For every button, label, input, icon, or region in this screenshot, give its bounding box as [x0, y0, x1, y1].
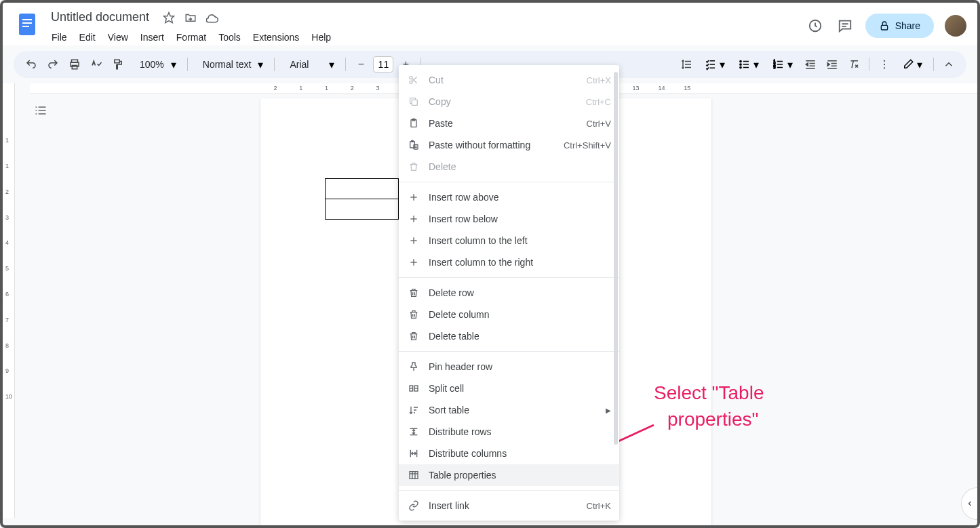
- context-menu-delete-table[interactable]: Delete table: [399, 325, 619, 347]
- svg-rect-49: [412, 100, 417, 105]
- menu-item-label: Table properties: [429, 470, 611, 481]
- context-menu-insert-row-below[interactable]: Insert row below: [399, 208, 619, 230]
- menu-divider: [399, 277, 619, 278]
- context-menu-cut: CutCtrl+X: [399, 69, 619, 91]
- menu-scrollbar[interactable]: [614, 72, 618, 479]
- document-table[interactable]: [325, 178, 399, 220]
- svg-rect-12: [115, 60, 120, 63]
- context-menu-split-cell[interactable]: Split cell: [399, 378, 619, 399]
- indent-increase-button[interactable]: [823, 55, 842, 74]
- spellcheck-button[interactable]: [87, 55, 106, 74]
- checklist-dropdown[interactable]: ▾: [699, 56, 730, 74]
- menu-insert[interactable]: Insert: [135, 29, 170, 45]
- trash-icon: [407, 308, 420, 321]
- menu-shortcut: Ctrl+C: [586, 97, 611, 107]
- menu-item-label: Pin header row: [429, 361, 611, 372]
- delete-icon: [407, 160, 420, 174]
- menu-item-label: Paste: [429, 118, 587, 129]
- table-cell[interactable]: [326, 179, 399, 199]
- clear-format-button[interactable]: [844, 55, 863, 74]
- font-size-decrease-button[interactable]: −: [351, 55, 370, 74]
- table-row[interactable]: [326, 199, 399, 220]
- numbered-list-dropdown[interactable]: 123▾: [767, 56, 798, 74]
- collapse-toolbar-button[interactable]: [939, 55, 958, 74]
- font-dropdown[interactable]: Arial ▾: [280, 54, 340, 75]
- outline-toggle-button[interactable]: [30, 100, 52, 121]
- sort-icon: [407, 403, 420, 417]
- vertical-ruler[interactable]: 112345678910: [3, 83, 15, 518]
- context-menu-delete: Delete: [399, 156, 619, 178]
- ruler-mark: 2: [351, 85, 354, 92]
- star-icon[interactable]: [162, 11, 176, 24]
- line-spacing-button[interactable]: [678, 55, 697, 74]
- context-menu-paste[interactable]: PasteCtrl+V: [399, 113, 619, 134]
- context-menu-distribute-rows[interactable]: Distribute rows: [399, 421, 619, 443]
- docs-logo-icon[interactable]: [14, 11, 41, 38]
- menu-file[interactable]: File: [46, 29, 73, 45]
- style-dropdown[interactable]: Normal text ▾: [193, 54, 269, 75]
- cloud-status-icon[interactable]: [205, 11, 219, 24]
- ruler-mark: 6: [5, 291, 9, 298]
- more-options-button[interactable]: [875, 55, 894, 74]
- menu-item-label: Paste without formatting: [429, 140, 564, 150]
- ruler-mark: 2: [273, 85, 277, 92]
- ruler-mark: 4: [5, 239, 9, 246]
- menu-format[interactable]: Format: [171, 29, 212, 45]
- plus-icon: [407, 256, 420, 269]
- print-button[interactable]: [65, 55, 84, 74]
- bullets-dropdown[interactable]: ▾: [733, 56, 764, 74]
- context-menu-delete-column[interactable]: Delete column: [399, 304, 619, 325]
- context-menu-insert-row-above[interactable]: Insert row above: [399, 186, 619, 208]
- table-props-icon: [407, 468, 420, 482]
- context-menu-pin-header-row[interactable]: Pin header row: [399, 356, 619, 378]
- split-icon: [407, 382, 420, 395]
- chevron-right-icon: ▶: [606, 407, 611, 414]
- context-menu-insert-column-to-the-left[interactable]: Insert column to the left: [399, 230, 619, 251]
- menu-item-label: Delete row: [429, 287, 611, 298]
- share-label: Share: [895, 20, 920, 31]
- document-title[interactable]: Untitled document: [46, 8, 154, 26]
- svg-rect-1: [22, 19, 32, 20]
- svg-marker-4: [164, 12, 174, 22]
- svg-text:3: 3: [774, 65, 776, 69]
- ruler-mark: 13: [633, 85, 640, 92]
- paint-format-button[interactable]: [109, 55, 128, 74]
- user-avatar[interactable]: [945, 15, 966, 37]
- history-icon[interactable]: [806, 16, 825, 35]
- header: Untitled document File Edit View Insert …: [3, 3, 977, 45]
- table-cell[interactable]: [326, 199, 399, 220]
- svg-point-20: [740, 66, 741, 68]
- menu-extensions[interactable]: Extensions: [248, 29, 305, 45]
- chevron-down-icon: ▾: [258, 58, 263, 71]
- menu-view[interactable]: View: [102, 29, 134, 45]
- ruler-mark: 1: [299, 85, 302, 92]
- context-menu-sort-table[interactable]: Sort table▶: [399, 399, 619, 421]
- menu-tools[interactable]: Tools: [213, 29, 246, 45]
- trash-icon: [407, 329, 420, 343]
- ruler-mark: 5: [5, 265, 9, 272]
- context-menu-paste-without-formatting[interactable]: Paste without formattingCtrl+Shift+V: [399, 134, 619, 156]
- svg-rect-73: [410, 472, 418, 479]
- menu-help[interactable]: Help: [306, 29, 336, 45]
- context-menu-insert-link[interactable]: Insert linkCtrl+K: [399, 495, 619, 516]
- svg-rect-2: [22, 22, 32, 24]
- font-size-input[interactable]: [373, 56, 393, 73]
- indent-decrease-button[interactable]: [801, 55, 820, 74]
- context-menu-table-properties[interactable]: Table properties: [399, 464, 619, 486]
- zoom-dropdown[interactable]: 100% ▾: [130, 54, 182, 75]
- context-menu-delete-row[interactable]: Delete row: [399, 282, 619, 304]
- context-menu-distribute-columns[interactable]: Distribute columns: [399, 443, 619, 464]
- menu-item-label: Cut: [429, 75, 587, 85]
- table-row[interactable]: [326, 179, 399, 199]
- menu-item-label: Distribute columns: [429, 448, 611, 459]
- comments-icon[interactable]: [836, 16, 855, 35]
- share-button[interactable]: Share: [865, 14, 934, 38]
- menu-edit[interactable]: Edit: [74, 29, 101, 45]
- undo-button[interactable]: [22, 55, 41, 74]
- editing-mode-dropdown[interactable]: ▾: [897, 56, 928, 74]
- move-icon[interactable]: [184, 11, 197, 24]
- context-menu-insert-column-to-the-right[interactable]: Insert column to the right: [399, 251, 619, 273]
- svg-rect-8: [881, 25, 887, 30]
- cut-icon: [407, 73, 420, 87]
- redo-button[interactable]: [43, 55, 62, 74]
